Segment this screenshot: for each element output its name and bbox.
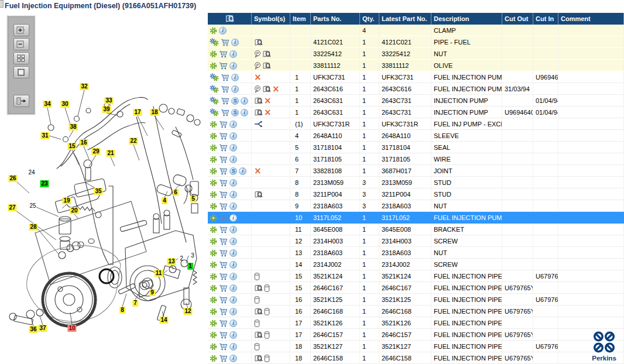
diagram-callout-33[interactable]: 33	[104, 97, 113, 104]
book-symbol-icon[interactable]	[254, 191, 263, 198]
info-action-icon[interactable]: i	[229, 191, 237, 198]
gear-action-icon[interactable]	[210, 214, 217, 222]
table-row[interactable]: i113645E00813645E008BRACKET	[208, 224, 624, 235]
gear-action-icon[interactable]	[210, 144, 217, 152]
table-row[interactable]: i173521K12613521K126FUEL INJECTION PIPE	[208, 317, 624, 329]
info-action-icon[interactable]: i	[229, 50, 237, 58]
splitter-handle[interactable]	[0, 0, 4, 8]
gear-action-icon[interactable]	[210, 296, 217, 304]
table-row[interactable]: i183521K12713521K127FUEL INJECTION PIPEU…	[208, 341, 624, 352]
gear-action-icon[interactable]	[210, 238, 217, 245]
info-action-icon[interactable]: i	[229, 249, 237, 257]
diagram-callout-19[interactable]: 19	[62, 197, 71, 204]
diagram-callout-8[interactable]: 8	[119, 307, 125, 314]
can-symbol-icon[interactable]	[254, 320, 260, 327]
table-row[interactable]: Si×12643C63112643C731INJECTION PUMP01/04…	[208, 95, 624, 107]
can-symbol-icon[interactable]	[264, 284, 270, 292]
diagram-callout-27[interactable]: 27	[8, 204, 16, 211]
gears-action-icon[interactable]	[210, 73, 219, 81]
cart-action-icon[interactable]	[219, 144, 228, 152]
gear-action-icon[interactable]	[210, 202, 217, 210]
table-row[interactable]: iP×12643C61612643C616FUEL INJECTION PUMP…	[208, 83, 624, 95]
table-row[interactable]: iP33811112133811112OLIVE	[208, 60, 624, 71]
diagram-callout-7[interactable]: 7	[132, 300, 138, 307]
cart-action-icon[interactable]	[219, 179, 228, 187]
can-symbol-icon[interactable]	[254, 273, 260, 280]
x-symbol-icon[interactable]: ×	[264, 97, 272, 105]
gears-action-icon[interactable]	[210, 85, 219, 93]
x-symbol-icon[interactable]: ×	[254, 167, 262, 175]
fit-view-button[interactable]	[13, 66, 29, 78]
gear-action-icon[interactable]	[210, 355, 217, 362]
table-row[interactable]: i132318A60312318A603NUT	[208, 247, 624, 259]
tile-view-button[interactable]	[13, 52, 29, 64]
diagram-callout-26[interactable]: 26	[8, 175, 17, 182]
can-symbol-icon[interactable]	[264, 308, 270, 315]
x-symbol-icon[interactable]: ×	[264, 109, 272, 116]
book-symbol-icon[interactable]	[254, 284, 263, 292]
info-action-icon[interactable]: i	[229, 261, 237, 269]
diagram-callout-30[interactable]: 30	[60, 101, 69, 108]
gears-action-icon[interactable]	[210, 38, 219, 46]
diagram-callout-1[interactable]: 1	[187, 263, 193, 270]
info-action-icon[interactable]: i	[229, 308, 237, 315]
table-row[interactable]: i82313M05932313M059STUD	[208, 177, 624, 188]
diagram-callout-11[interactable]: 11	[155, 270, 163, 277]
cart-action-icon[interactable]	[219, 296, 228, 304]
table-row[interactable]: i162646C16812646C168FUEL INJECTION PIPEU…	[208, 305, 624, 317]
table-row[interactable]: Si×73382810813687H017JOINT	[208, 165, 624, 177]
gear-action-icon[interactable]	[210, 27, 217, 35]
table-row[interactable]: i142314J00212314J002SCREW	[208, 259, 624, 270]
can-symbol-icon[interactable]	[254, 296, 260, 304]
gear-action-icon[interactable]	[210, 273, 217, 280]
gear-action-icon[interactable]	[210, 179, 217, 187]
gear-action-icon[interactable]	[210, 62, 217, 70]
cart-action-icon[interactable]	[219, 226, 228, 233]
book-symbol-icon[interactable]	[254, 109, 263, 116]
s-action-icon[interactable]: S	[229, 167, 237, 175]
cart-action-icon[interactable]	[221, 109, 229, 116]
info-action-icon[interactable]: i	[229, 144, 237, 152]
table-row[interactable]: i531718104131718104SEAL	[208, 142, 624, 153]
diagram-callout-36[interactable]: 36	[29, 326, 37, 333]
table-row[interactable]: i182646C15812646C158FUEL INJECTION PIPEU…	[208, 352, 624, 364]
diagram-callout-20[interactable]: 20	[70, 207, 78, 214]
balloon-symbol-icon[interactable]: P	[254, 62, 261, 70]
info-action-icon[interactable]: i	[229, 156, 237, 163]
cart-action-icon[interactable]	[221, 39, 229, 46]
cart-action-icon[interactable]	[219, 284, 228, 292]
gear-action-icon[interactable]	[210, 50, 217, 58]
cart-action-icon[interactable]	[219, 249, 228, 257]
gear-action-icon[interactable]	[210, 191, 217, 198]
table-row[interactable]: i153521K12413521K124FUEL INJECTION PIPEU…	[208, 270, 624, 282]
info-action-icon[interactable]: i	[229, 214, 237, 222]
diagram-callout-37[interactable]: 37	[38, 325, 47, 332]
cart-action-icon[interactable]	[221, 97, 229, 105]
diagram-callout-39[interactable]: 39	[102, 106, 111, 113]
diagram-callout-23[interactable]: 23	[40, 180, 49, 187]
gear-action-icon[interactable]	[210, 132, 217, 140]
info-action-icon[interactable]: i	[229, 343, 237, 351]
cart-action-icon[interactable]	[221, 74, 229, 81]
cart-action-icon[interactable]	[219, 132, 228, 140]
can-symbol-icon[interactable]	[254, 343, 260, 351]
diagram-callout-28[interactable]: 28	[29, 224, 37, 231]
cart-action-icon[interactable]	[219, 331, 228, 339]
diagram-callout-17[interactable]: 17	[133, 109, 142, 116]
gears-action-icon[interactable]	[210, 97, 219, 105]
cart-action-icon[interactable]	[219, 320, 228, 327]
gear-action-icon[interactable]	[210, 249, 217, 257]
book-symbol-icon[interactable]	[254, 331, 263, 339]
diagram-callout-18[interactable]: 18	[150, 109, 159, 116]
book-symbol-icon[interactable]	[254, 97, 263, 105]
table-row[interactable]: i42648A11012648A110SLEEVE	[208, 130, 624, 142]
info-action-icon[interactable]: i	[231, 39, 239, 46]
info-action-icon[interactable]: i	[229, 179, 237, 187]
table-row[interactable]: i92318A60332318A603NUT	[208, 200, 624, 212]
table-row[interactable]: i122314H00312314H003SCREW	[208, 235, 624, 247]
can-symbol-icon[interactable]	[264, 331, 270, 339]
gear-action-icon[interactable]	[210, 156, 217, 163]
book-symbol-icon[interactable]	[262, 85, 271, 93]
info-action-icon[interactable]: i	[241, 109, 248, 116]
table-row[interactable]: i×1UFK3C7311UFK3C731FUEL INJECTION PUMP …	[208, 71, 624, 83]
